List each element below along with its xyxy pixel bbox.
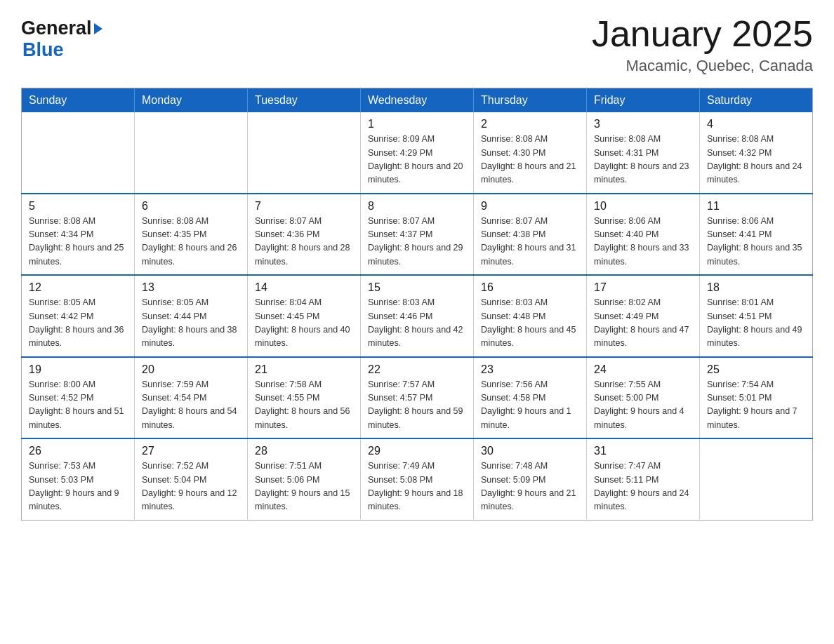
- calendar-cell: 12Sunrise: 8:05 AM Sunset: 4:42 PM Dayli…: [22, 275, 135, 357]
- calendar-cell: 31Sunrise: 7:47 AM Sunset: 5:11 PM Dayli…: [587, 438, 700, 520]
- day-number: 16: [481, 281, 579, 294]
- calendar-header-row: SundayMondayTuesdayWednesdayThursdayFrid…: [22, 88, 813, 113]
- calendar-cell: 11Sunrise: 8:06 AM Sunset: 4:41 PM Dayli…: [700, 194, 813, 276]
- day-info: Sunrise: 7:48 AM Sunset: 5:09 PM Dayligh…: [481, 459, 579, 514]
- day-info: Sunrise: 8:03 AM Sunset: 4:46 PM Dayligh…: [368, 296, 466, 351]
- day-number: 9: [481, 200, 579, 213]
- calendar-cell: 21Sunrise: 7:58 AM Sunset: 4:55 PM Dayli…: [248, 357, 361, 439]
- day-number: 1: [368, 118, 466, 130]
- day-info: Sunrise: 8:09 AM Sunset: 4:29 PM Dayligh…: [368, 133, 466, 187]
- calendar-cell: 8Sunrise: 8:07 AM Sunset: 4:37 PM Daylig…: [361, 194, 474, 276]
- calendar-cell: 28Sunrise: 7:51 AM Sunset: 5:06 PM Dayli…: [248, 438, 361, 520]
- day-number: 26: [29, 445, 127, 457]
- calendar-week-row: 26Sunrise: 7:53 AM Sunset: 5:03 PM Dayli…: [22, 438, 813, 520]
- day-info: Sunrise: 8:05 AM Sunset: 4:42 PM Dayligh…: [29, 296, 127, 351]
- calendar-cell: 10Sunrise: 8:06 AM Sunset: 4:40 PM Dayli…: [587, 194, 700, 276]
- calendar-cell: 4Sunrise: 8:08 AM Sunset: 4:32 PM Daylig…: [700, 112, 813, 194]
- day-number: 20: [142, 363, 240, 376]
- day-info: Sunrise: 8:08 AM Sunset: 4:34 PM Dayligh…: [29, 215, 127, 269]
- day-info: Sunrise: 8:06 AM Sunset: 4:41 PM Dayligh…: [707, 215, 805, 269]
- day-number: 3: [594, 118, 692, 130]
- day-number: 28: [255, 445, 353, 457]
- day-info: Sunrise: 7:59 AM Sunset: 4:54 PM Dayligh…: [142, 378, 240, 433]
- day-info: Sunrise: 8:07 AM Sunset: 4:36 PM Dayligh…: [255, 215, 353, 269]
- calendar-cell: [248, 112, 361, 194]
- day-info: Sunrise: 8:07 AM Sunset: 4:37 PM Dayligh…: [368, 215, 466, 269]
- header-saturday: Saturday: [700, 88, 813, 113]
- day-number: 17: [594, 281, 692, 294]
- calendar-cell: 7Sunrise: 8:07 AM Sunset: 4:36 PM Daylig…: [248, 194, 361, 276]
- day-info: Sunrise: 8:02 AM Sunset: 4:49 PM Dayligh…: [594, 296, 692, 351]
- day-info: Sunrise: 7:55 AM Sunset: 5:00 PM Dayligh…: [594, 378, 692, 433]
- day-number: 18: [707, 281, 805, 294]
- day-info: Sunrise: 7:58 AM Sunset: 4:55 PM Dayligh…: [255, 378, 353, 433]
- calendar-week-row: 1Sunrise: 8:09 AM Sunset: 4:29 PM Daylig…: [22, 112, 813, 194]
- day-info: Sunrise: 8:08 AM Sunset: 4:30 PM Dayligh…: [481, 133, 579, 187]
- day-info: Sunrise: 7:54 AM Sunset: 5:01 PM Dayligh…: [707, 378, 805, 433]
- day-number: 14: [255, 281, 353, 294]
- calendar-cell: 22Sunrise: 7:57 AM Sunset: 4:57 PM Dayli…: [361, 357, 474, 439]
- day-number: 23: [481, 363, 579, 376]
- day-info: Sunrise: 7:56 AM Sunset: 4:58 PM Dayligh…: [481, 378, 579, 433]
- calendar-title: January 2025: [592, 14, 813, 54]
- day-info: Sunrise: 8:07 AM Sunset: 4:38 PM Dayligh…: [481, 215, 579, 269]
- header-thursday: Thursday: [474, 88, 587, 113]
- day-info: Sunrise: 8:06 AM Sunset: 4:40 PM Dayligh…: [594, 215, 692, 269]
- header-tuesday: Tuesday: [248, 88, 361, 113]
- title-block: January 2025 Macamic, Quebec, Canada: [592, 14, 813, 75]
- day-info: Sunrise: 8:01 AM Sunset: 4:51 PM Dayligh…: [707, 296, 805, 351]
- header-sunday: Sunday: [22, 88, 135, 113]
- calendar-cell: 25Sunrise: 7:54 AM Sunset: 5:01 PM Dayli…: [700, 357, 813, 439]
- day-info: Sunrise: 7:49 AM Sunset: 5:08 PM Dayligh…: [368, 459, 466, 514]
- day-number: 4: [707, 118, 805, 130]
- day-number: 22: [368, 363, 466, 376]
- calendar-week-row: 12Sunrise: 8:05 AM Sunset: 4:42 PM Dayli…: [22, 275, 813, 357]
- day-info: Sunrise: 7:57 AM Sunset: 4:57 PM Dayligh…: [368, 378, 466, 433]
- calendar-cell: 2Sunrise: 8:08 AM Sunset: 4:30 PM Daylig…: [474, 112, 587, 194]
- calendar-cell: 1Sunrise: 8:09 AM Sunset: 4:29 PM Daylig…: [361, 112, 474, 194]
- day-number: 11: [707, 200, 805, 213]
- day-info: Sunrise: 8:05 AM Sunset: 4:44 PM Dayligh…: [142, 296, 240, 351]
- header-friday: Friday: [587, 88, 700, 113]
- calendar-cell: 24Sunrise: 7:55 AM Sunset: 5:00 PM Dayli…: [587, 357, 700, 439]
- day-info: Sunrise: 7:53 AM Sunset: 5:03 PM Dayligh…: [29, 459, 127, 514]
- day-number: 10: [594, 200, 692, 213]
- calendar-cell: [700, 438, 813, 520]
- header-wednesday: Wednesday: [361, 88, 474, 113]
- calendar-cell: 26Sunrise: 7:53 AM Sunset: 5:03 PM Dayli…: [22, 438, 135, 520]
- day-number: 2: [481, 118, 579, 130]
- calendar-cell: [135, 112, 248, 194]
- calendar-cell: 3Sunrise: 8:08 AM Sunset: 4:31 PM Daylig…: [587, 112, 700, 194]
- day-number: 24: [594, 363, 692, 376]
- calendar-cell: 15Sunrise: 8:03 AM Sunset: 4:46 PM Dayli…: [361, 275, 474, 357]
- day-info: Sunrise: 8:03 AM Sunset: 4:48 PM Dayligh…: [481, 296, 579, 351]
- calendar-week-row: 5Sunrise: 8:08 AM Sunset: 4:34 PM Daylig…: [22, 194, 813, 276]
- day-number: 5: [29, 200, 127, 213]
- calendar-cell: 20Sunrise: 7:59 AM Sunset: 4:54 PM Dayli…: [135, 357, 248, 439]
- calendar-cell: 30Sunrise: 7:48 AM Sunset: 5:09 PM Dayli…: [474, 438, 587, 520]
- day-number: 19: [29, 363, 127, 376]
- day-number: 13: [142, 281, 240, 294]
- day-info: Sunrise: 8:08 AM Sunset: 4:32 PM Dayligh…: [707, 133, 805, 187]
- day-number: 31: [594, 445, 692, 457]
- day-info: Sunrise: 7:52 AM Sunset: 5:04 PM Dayligh…: [142, 459, 240, 514]
- calendar-cell: 13Sunrise: 8:05 AM Sunset: 4:44 PM Dayli…: [135, 275, 248, 357]
- calendar-cell: 27Sunrise: 7:52 AM Sunset: 5:04 PM Dayli…: [135, 438, 248, 520]
- calendar-subtitle: Macamic, Quebec, Canada: [592, 57, 813, 75]
- day-number: 27: [142, 445, 240, 457]
- day-info: Sunrise: 8:04 AM Sunset: 4:45 PM Dayligh…: [255, 296, 353, 351]
- day-number: 12: [29, 281, 127, 294]
- calendar-table: SundayMondayTuesdayWednesdayThursdayFrid…: [21, 88, 813, 521]
- day-number: 29: [368, 445, 466, 457]
- calendar-cell: 23Sunrise: 7:56 AM Sunset: 4:58 PM Dayli…: [474, 357, 587, 439]
- day-info: Sunrise: 7:47 AM Sunset: 5:11 PM Dayligh…: [594, 459, 692, 514]
- day-info: Sunrise: 7:51 AM Sunset: 5:06 PM Dayligh…: [255, 459, 353, 514]
- calendar-cell: 19Sunrise: 8:00 AM Sunset: 4:52 PM Dayli…: [22, 357, 135, 439]
- calendar-cell: 29Sunrise: 7:49 AM Sunset: 5:08 PM Dayli…: [361, 438, 474, 520]
- calendar-cell: 18Sunrise: 8:01 AM Sunset: 4:51 PM Dayli…: [700, 275, 813, 357]
- logo-blue-text: Blue: [22, 39, 64, 60]
- calendar-cell: 9Sunrise: 8:07 AM Sunset: 4:38 PM Daylig…: [474, 194, 587, 276]
- day-number: 25: [707, 363, 805, 376]
- day-number: 30: [481, 445, 579, 457]
- day-number: 8: [368, 200, 466, 213]
